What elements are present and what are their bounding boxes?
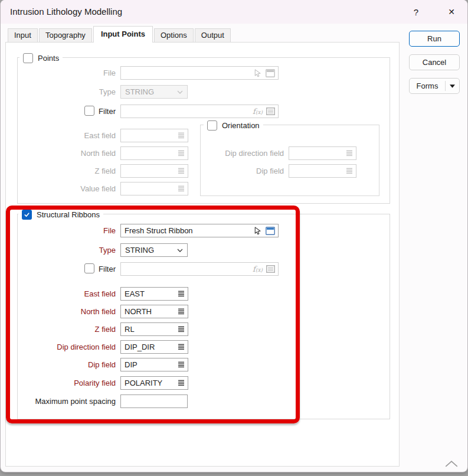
orientation-dip-label: Dip field: [195, 164, 284, 178]
ribbons-north-field[interactable]: [120, 305, 188, 318]
points-file-input[interactable]: [125, 67, 250, 79]
ribbons-east-field[interactable]: [120, 287, 188, 301]
ribbons-file-input[interactable]: [125, 224, 250, 237]
points-east-field[interactable]: [120, 129, 188, 142]
structural-ribbons-group-label: Structural Ribbons: [37, 210, 100, 219]
structural-ribbons-group-header: Structural Ribbons: [18, 209, 103, 220]
tab-input-points[interactable]: Input Points: [93, 26, 153, 43]
orientation-groupbox: [200, 125, 379, 196]
checkmark-icon: [24, 211, 30, 218]
help-button[interactable]: ?: [402, 0, 430, 24]
field-list-icon[interactable]: [178, 168, 185, 174]
forms-button[interactable]: Forms: [409, 78, 460, 94]
ribbons-polarity-field[interactable]: [120, 376, 188, 390]
orientation-dip-input[interactable]: [293, 165, 342, 177]
cancel-button[interactable]: Cancel: [409, 54, 460, 70]
ribbons-east-label: East field: [18, 287, 116, 301]
tab-strip: Input Topography Input Points Options Ou…: [8, 26, 232, 43]
ribbons-north-input[interactable]: [125, 305, 174, 318]
close-button[interactable]: ✕: [438, 0, 465, 24]
points-z-field[interactable]: [120, 164, 188, 178]
points-north-field[interactable]: [120, 146, 188, 160]
browse-window-icon[interactable]: [266, 69, 275, 77]
field-list-icon[interactable]: [178, 380, 185, 386]
ribbons-dip-field[interactable]: [120, 358, 188, 371]
title-bar: Intrusion Lithology Modelling ? ✕: [1, 0, 467, 24]
ribbons-file-field[interactable]: [120, 224, 279, 237]
ribbons-z-field[interactable]: [120, 322, 188, 336]
orientation-group-header: Orientation: [204, 120, 263, 131]
run-button[interactable]: Run: [409, 31, 460, 47]
forms-dropdown-arrow-icon[interactable]: [446, 84, 459, 88]
run-button-label: Run: [427, 34, 441, 43]
forms-button-label: Forms: [410, 79, 445, 93]
tab-topography[interactable]: Topography: [39, 28, 92, 43]
field-list-icon[interactable]: [178, 361, 185, 368]
points-file-label: File: [18, 66, 116, 80]
ribbons-file-label: File: [18, 224, 116, 237]
points-filter-field[interactable]: f(x): [120, 105, 279, 118]
ribbons-max-spacing-input[interactable]: [125, 395, 184, 407]
dialog-window: Intrusion Lithology Modelling ? ✕ Input …: [1, 0, 467, 472]
help-icon: ?: [414, 7, 418, 17]
points-value-label: Value field: [18, 182, 116, 195]
orientation-dip-direction-field[interactable]: [289, 146, 356, 160]
orientation-checkbox[interactable]: [207, 120, 217, 131]
field-list-icon[interactable]: [178, 291, 185, 297]
structural-ribbons-checkbox[interactable]: [22, 210, 32, 220]
points-north-input[interactable]: [125, 147, 174, 159]
points-type-dropdown[interactable]: STRING: [120, 85, 188, 99]
ribbons-dip-direction-field[interactable]: [120, 340, 188, 354]
ribbons-filter-input[interactable]: [125, 263, 249, 275]
orientation-dip-field[interactable]: [289, 164, 356, 178]
field-list-icon[interactable]: [346, 168, 353, 174]
pick-cursor-icon[interactable]: [253, 69, 262, 78]
ribbons-filter-label: Filter: [89, 262, 116, 276]
ribbons-filter-field[interactable]: f(x): [120, 262, 279, 276]
points-filter-input[interactable]: [125, 105, 249, 118]
pick-cursor-icon[interactable]: [253, 226, 262, 236]
expression-list-icon[interactable]: [266, 107, 275, 115]
points-north-label: North field: [18, 146, 116, 160]
points-z-input[interactable]: [125, 165, 174, 177]
ribbons-dip-direction-input[interactable]: [125, 341, 174, 353]
cancel-button-label: Cancel: [423, 58, 446, 67]
ribbons-z-input[interactable]: [125, 323, 174, 335]
field-list-icon[interactable]: [178, 326, 185, 332]
field-list-icon[interactable]: [346, 150, 353, 157]
points-filter-label: Filter: [89, 105, 116, 118]
window-title: Intrusion Lithology Modelling: [10, 0, 122, 24]
points-type-label: Type: [18, 85, 116, 99]
ribbons-dip-input[interactable]: [125, 358, 174, 371]
orientation-dip-direction-label: Dip direction field: [195, 146, 284, 160]
fx-expression-icon[interactable]: f(x): [253, 265, 263, 273]
points-checkbox[interactable]: [23, 53, 33, 63]
points-value-input[interactable]: [125, 182, 174, 195]
field-list-icon[interactable]: [178, 308, 185, 315]
browse-window-icon[interactable]: [266, 227, 275, 235]
points-east-label: East field: [18, 129, 116, 142]
ribbons-polarity-input[interactable]: [125, 377, 174, 389]
tab-output[interactable]: Output: [195, 28, 231, 43]
points-group-header: Points: [19, 53, 63, 63]
ribbons-dip-label: Dip field: [18, 358, 116, 371]
ribbons-dip-direction-label: Dip direction field: [18, 340, 116, 354]
field-list-icon[interactable]: [178, 132, 185, 139]
ribbons-east-input[interactable]: [125, 288, 174, 300]
field-list-icon[interactable]: [178, 344, 185, 350]
field-list-icon[interactable]: [178, 185, 185, 192]
orientation-dip-direction-input[interactable]: [293, 147, 342, 159]
expression-list-icon[interactable]: [266, 265, 275, 273]
field-list-icon[interactable]: [178, 150, 185, 157]
tab-input[interactable]: Input: [8, 28, 38, 43]
ribbons-max-spacing-field[interactable]: [120, 395, 188, 408]
points-file-field[interactable]: [120, 66, 279, 80]
ribbons-z-label: Z field: [18, 322, 116, 336]
ribbons-type-dropdown[interactable]: STRING: [120, 243, 188, 257]
points-east-input[interactable]: [125, 129, 174, 142]
points-value-field[interactable]: [120, 182, 188, 195]
collapse-chevron-icon[interactable]: [444, 459, 459, 470]
ribbons-max-spacing-label: Maximum point spacing: [6, 395, 116, 408]
fx-expression-icon[interactable]: f(x): [253, 107, 263, 116]
tab-options[interactable]: Options: [154, 28, 194, 43]
